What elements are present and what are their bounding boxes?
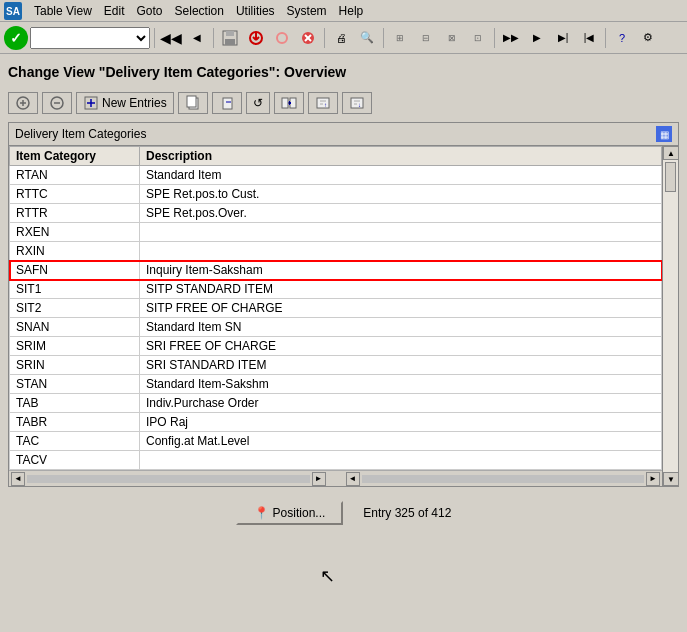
cell-description: SPE Ret.pos.to Cust.: [140, 185, 662, 204]
settings-btn[interactable]: ⚙: [636, 26, 660, 50]
move-btn[interactable]: [274, 92, 304, 114]
position-icon: 📍: [254, 506, 269, 520]
menu-edit[interactable]: Edit: [98, 2, 131, 20]
table-row[interactable]: TABRIPO Raj: [10, 413, 662, 432]
position-btn[interactable]: 📍 Position...: [236, 501, 344, 525]
svg-rect-20: [223, 98, 232, 109]
h-scroll-left[interactable]: ◄: [11, 472, 25, 486]
cell-item-category: RXIN: [10, 242, 140, 261]
table-row[interactable]: RXIN: [10, 242, 662, 261]
main-content: Change View "Delivery Item Categories": …: [0, 54, 687, 539]
menu-selection[interactable]: Selection: [169, 2, 230, 20]
cell-item-category: TACV: [10, 451, 140, 470]
table-row[interactable]: RTANStandard Item: [10, 166, 662, 185]
cell-description: SITP STANDARD ITEM: [140, 280, 662, 299]
cell-item-category: SIT1: [10, 280, 140, 299]
nav-first-btn[interactable]: |◀: [577, 26, 601, 50]
toolbar-icon-2[interactable]: [42, 92, 72, 114]
table-row[interactable]: SIT2SITP FREE OF CHARGE: [10, 299, 662, 318]
cell-description: [140, 242, 662, 261]
cell-description: Standard Item SN: [140, 318, 662, 337]
separator-6: [605, 28, 606, 48]
save-btn[interactable]: [218, 26, 242, 50]
undo-btn[interactable]: ↺: [246, 92, 270, 114]
cell-item-category: SAFN: [10, 261, 140, 280]
v-scroll-thumb[interactable]: [665, 162, 676, 192]
h-scroll-right[interactable]: ►: [312, 472, 326, 486]
stop-btn[interactable]: [296, 26, 320, 50]
copy-btn[interactable]: [178, 92, 208, 114]
cell-description: SITP FREE OF CHARGE: [140, 299, 662, 318]
export-btn[interactable]: ↓: [342, 92, 372, 114]
print-btn[interactable]: 🖨: [329, 26, 353, 50]
tool1-btn[interactable]: ⊞: [388, 26, 412, 50]
svg-text:SA: SA: [6, 6, 20, 17]
table-row[interactable]: TACV: [10, 451, 662, 470]
tool3-btn[interactable]: ⊠: [440, 26, 464, 50]
nav-prev-btn[interactable]: ◀: [185, 26, 209, 50]
cell-item-category: TAC: [10, 432, 140, 451]
h-scroll-far-left[interactable]: ◄: [346, 472, 360, 486]
refresh-btn[interactable]: [270, 26, 294, 50]
cell-item-category: SNAN: [10, 318, 140, 337]
table-row[interactable]: SRINSRI STANDARD ITEM: [10, 356, 662, 375]
menu-help[interactable]: Help: [333, 2, 370, 20]
h-scroll-track-2[interactable]: [362, 475, 645, 483]
menu-utilities[interactable]: Utilities: [230, 2, 281, 20]
help-btn[interactable]: ?: [610, 26, 634, 50]
import-btn[interactable]: ↑: [308, 92, 338, 114]
new-entries-label: New Entries: [102, 96, 167, 110]
cell-description: Inquiry Item-Saksham: [140, 261, 662, 280]
menu-bar: SA Table View Edit Goto Selection Utilit…: [0, 0, 687, 22]
menu-system[interactable]: System: [281, 2, 333, 20]
col-header-item-category: Item Category: [10, 147, 140, 166]
svg-point-9: [277, 33, 287, 43]
cell-item-category: TAB: [10, 394, 140, 413]
table-row[interactable]: RXEN: [10, 223, 662, 242]
table-row[interactable]: RTTRSPE Ret.pos.Over.: [10, 204, 662, 223]
h-scroll-far-right[interactable]: ►: [646, 472, 660, 486]
nav-last-btn[interactable]: ▶|: [551, 26, 575, 50]
table-row[interactable]: RTTCSPE Ret.pos.to Cust.: [10, 185, 662, 204]
cell-item-category: RTTR: [10, 204, 140, 223]
svg-rect-3: [226, 31, 234, 36]
nav-fwd-btn[interactable]: ▶▶: [499, 26, 523, 50]
table-config-icon[interactable]: ▦: [656, 126, 672, 142]
h-scroll-track[interactable]: [27, 475, 310, 483]
table-header-label: Delivery Item Categories ▦: [9, 123, 678, 146]
find-btn[interactable]: 🔍: [355, 26, 379, 50]
cell-item-category: RXEN: [10, 223, 140, 242]
cell-description: IPO Raj: [140, 413, 662, 432]
load-btn[interactable]: [244, 26, 268, 50]
table-row[interactable]: TACConfig.at Mat.Level: [10, 432, 662, 451]
table-row[interactable]: TABIndiv.Purchase Order: [10, 394, 662, 413]
separator-3: [324, 28, 325, 48]
table-row[interactable]: SNANStandard Item SN: [10, 318, 662, 337]
nav-next-btn[interactable]: ▶: [525, 26, 549, 50]
cell-description: Indiv.Purchase Order: [140, 394, 662, 413]
v-scroll-down[interactable]: ▼: [663, 472, 679, 486]
tool2-btn[interactable]: ⊟: [414, 26, 438, 50]
svg-text:↑: ↑: [324, 102, 327, 108]
table-row[interactable]: SIT1SITP STANDARD ITEM: [10, 280, 662, 299]
cell-item-category: STAN: [10, 375, 140, 394]
cell-item-category: TABR: [10, 413, 140, 432]
toolbar-icon-1[interactable]: [8, 92, 38, 114]
nav-back-btn[interactable]: ◀◀: [159, 26, 183, 50]
new-entries-btn[interactable]: New Entries: [76, 92, 174, 114]
command-input[interactable]: [30, 27, 150, 49]
data-table: Item Category Description RTANStandard I…: [9, 146, 662, 470]
copy2-btn[interactable]: [212, 92, 242, 114]
col-header-description: Description: [140, 147, 662, 166]
tool4-btn[interactable]: ⊡: [466, 26, 490, 50]
v-scroll-up[interactable]: ▲: [663, 146, 679, 160]
cell-item-category: RTTC: [10, 185, 140, 204]
cell-description: Standard Item-Sakshm: [140, 375, 662, 394]
table-row[interactable]: STANStandard Item-Sakshm: [10, 375, 662, 394]
table-row[interactable]: SRIMSRI FREE OF CHARGE: [10, 337, 662, 356]
table-row[interactable]: SAFNInquiry Item-Saksham: [10, 261, 662, 280]
separator-1: [154, 28, 155, 48]
separator-2: [213, 28, 214, 48]
menu-table-view[interactable]: Table View: [28, 2, 98, 20]
menu-goto[interactable]: Goto: [131, 2, 169, 20]
